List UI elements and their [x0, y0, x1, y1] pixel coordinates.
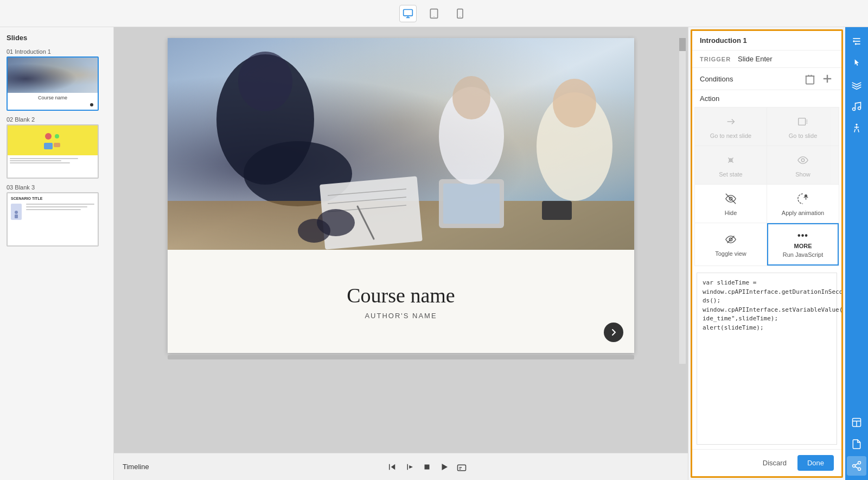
slide-item-3[interactable]: 03 Blank 3 SCENARIO TITLE: [7, 184, 107, 247]
run-js-label: Run JavaScript: [783, 251, 824, 258]
action-go-to-slide[interactable]: Go to slide: [767, 108, 839, 146]
slides-panel-title: Slides: [7, 34, 107, 42]
slide-item-1[interactable]: 01 Introduction 1 Course name: [7, 48, 107, 111]
apply-animation-label: Apply animation: [782, 210, 824, 216]
svg-point-74: [858, 462, 861, 464]
right-icon-sidebar: [845, 27, 868, 480]
slide-thumb-dot-1: [90, 103, 93, 106]
file-icon[interactable]: [847, 434, 866, 454]
slide-thumb-image-1: [8, 58, 98, 93]
step-back-button[interactable]: [387, 462, 397, 472]
slide-number-2: 02 Blank 2: [7, 116, 107, 123]
svg-point-27: [452, 76, 490, 119]
action-apply-animation[interactable]: Apply animation: [767, 185, 839, 223]
play-button[interactable]: [439, 462, 449, 472]
trigger-row: TRIGGER Slide Enter: [692, 50, 841, 68]
desktop-view-button[interactable]: [399, 5, 417, 22]
action-set-state[interactable]: Set state: [695, 146, 767, 184]
svg-point-64: [853, 108, 856, 111]
action-hide[interactable]: Hide: [695, 185, 767, 223]
svg-line-70: [858, 129, 859, 132]
panel-header: Introduction 1: [692, 31, 841, 50]
svg-point-76: [858, 468, 861, 470]
svg-line-69: [854, 129, 856, 132]
slide-course-name: Course name: [347, 283, 455, 307]
conditions-icons: [803, 72, 834, 85]
set-state-label: Set state: [719, 171, 742, 178]
slide-text-area: Course name AUTHOR'S NAME: [168, 250, 634, 353]
svg-point-7: [45, 133, 52, 140]
svg-point-75: [853, 465, 856, 468]
hide-label: Hide: [725, 210, 737, 216]
svg-point-11: [15, 211, 18, 214]
slide-number-3: 03 Blank 3: [7, 184, 107, 191]
captions-button[interactable]: [457, 462, 467, 472]
more-label: MORE: [794, 243, 812, 249]
top-bar: [0, 0, 868, 27]
mobile-view-button[interactable]: [451, 5, 469, 22]
h-scroll-thumb: [168, 355, 634, 359]
main-layout: Slides 01 Introduction 1 Course name 02 …: [0, 27, 868, 480]
stop-button[interactable]: [422, 462, 432, 472]
svg-point-62: [853, 40, 854, 42]
set-state-icon: [723, 153, 738, 168]
svg-point-25: [553, 79, 596, 128]
svg-point-66: [856, 124, 857, 125]
action-run-javascript[interactable]: ••• MORE Run JavaScript: [767, 223, 839, 266]
accessibility-icon[interactable]: [847, 118, 866, 138]
go-next-slide-label: Go to next slide: [710, 132, 751, 139]
horizontal-scrollbar[interactable]: [168, 355, 634, 359]
trigger-label: TRIGGER: [700, 56, 738, 62]
interactions-icon[interactable]: [847, 53, 866, 73]
properties-icon[interactable]: [847, 31, 866, 51]
right-panel-inner: Introduction 1 TRIGGER Slide Enter Condi…: [691, 29, 843, 478]
svg-point-65: [858, 107, 861, 110]
svg-rect-12: [15, 214, 18, 218]
slide-item-2[interactable]: 02 Blank 2: [7, 116, 107, 179]
slide-thumbnail-1[interactable]: Course name: [7, 56, 99, 111]
svg-point-53: [801, 159, 805, 162]
slide-image-area: [168, 38, 634, 250]
slide-thumbnail-2[interactable]: [7, 124, 99, 179]
vertical-scrollbar[interactable]: [679, 38, 686, 364]
svg-rect-10: [54, 143, 60, 147]
apply-animation-icon: [795, 191, 810, 206]
svg-rect-23: [542, 201, 572, 220]
layers-icon[interactable]: [847, 75, 866, 94]
slide-thumbnail-3[interactable]: SCENARIO TITLE: [7, 192, 99, 247]
svg-marker-32: [391, 464, 395, 470]
discard-button[interactable]: Discard: [757, 456, 792, 470]
toggle-view-icon: [723, 232, 738, 247]
svg-rect-35: [425, 464, 430, 469]
share-icon[interactable]: [847, 456, 866, 476]
slide-nav-arrow[interactable]: [604, 323, 623, 342]
go-to-slide-label: Go to slide: [789, 132, 818, 139]
conditions-add-icon[interactable]: [821, 72, 834, 85]
show-label: Show: [795, 171, 810, 178]
svg-rect-40: [806, 76, 814, 84]
svg-point-9: [55, 134, 59, 138]
javascript-code-area[interactable]: var slideTime = window.cpAPIInterface.ge…: [697, 273, 837, 445]
layout-icon[interactable]: [847, 413, 866, 432]
timeline-bar: Timeline: [114, 453, 688, 480]
done-button[interactable]: Done: [797, 455, 834, 471]
svg-line-77: [855, 466, 858, 468]
meeting-overlay: [8, 58, 98, 93]
conditions-row: Conditions: [692, 68, 841, 90]
action-toggle-view[interactable]: Toggle view: [695, 223, 767, 266]
timeline-label: Timeline: [123, 463, 166, 471]
slide-thumb-bottom-1: Course name: [8, 93, 98, 103]
v-scroll-thumb: [679, 38, 686, 51]
audio-icon[interactable]: [847, 97, 866, 116]
conditions-label: Conditions: [700, 75, 803, 83]
slide-thumb-bottom-2: [8, 155, 98, 179]
meeting-scene-svg: [168, 38, 634, 250]
action-show[interactable]: Show: [767, 146, 839, 184]
canvas-area: Course name AUTHOR'S NAME Timeline: [114, 27, 688, 480]
play-frame-button[interactable]: [405, 462, 414, 472]
action-go-next-slide[interactable]: Go to next slide: [695, 108, 767, 146]
slide-thumb-image-2: [8, 125, 98, 155]
svg-marker-34: [409, 465, 413, 469]
conditions-delete-icon[interactable]: [803, 72, 816, 85]
tablet-view-button[interactable]: [425, 5, 443, 22]
